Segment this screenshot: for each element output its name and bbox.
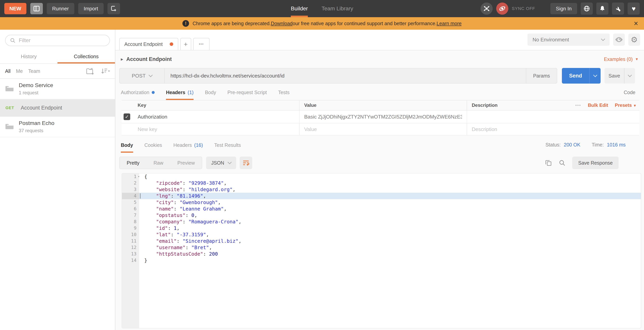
code-line[interactable]: "lng": "81.1496", xyxy=(139,193,641,199)
tab-builder[interactable]: Builder xyxy=(291,0,308,17)
layout-panel-icon xyxy=(33,6,40,11)
table-more-icon[interactable]: ••• xyxy=(576,103,581,108)
environment-select[interactable]: No Environment xyxy=(528,34,610,46)
url-input[interactable] xyxy=(164,73,526,79)
code-line[interactable]: "username": "Bret", xyxy=(139,244,641,251)
new-collection-folder-icon[interactable] xyxy=(86,68,94,75)
scope-me[interactable]: Me xyxy=(16,68,23,74)
runner-button[interactable]: Runner xyxy=(47,3,74,14)
tab-headers[interactable]: Headers (1) xyxy=(166,90,194,100)
new-value-input[interactable]: Value xyxy=(299,123,467,135)
environment-settings-button[interactable]: ⚙ xyxy=(628,34,640,46)
tab-tests[interactable]: Tests xyxy=(278,90,290,100)
sync-button[interactable] xyxy=(496,2,508,15)
response-headers-count: (16) xyxy=(194,142,203,148)
method-select[interactable]: POST xyxy=(120,68,164,83)
new-window-button[interactable] xyxy=(108,3,120,14)
favorites-button[interactable]: ♥ xyxy=(628,2,640,15)
community-button[interactable] xyxy=(581,2,593,15)
code-line[interactable]: "zipcode": "92998-3874", xyxy=(139,180,641,186)
interceptor-button[interactable] xyxy=(480,2,493,15)
code-line[interactable]: } xyxy=(139,257,641,264)
view-preview[interactable]: Preview xyxy=(170,160,202,166)
save-response-button[interactable]: Save Response xyxy=(572,157,618,169)
row-checkbox[interactable]: ✓ xyxy=(124,113,130,120)
sign-in-button[interactable]: Sign In xyxy=(550,3,577,14)
scope-team[interactable]: Team xyxy=(28,68,40,74)
collection-meta: 37 requests xyxy=(19,128,54,133)
code-line[interactable]: "company": "Romaguera-Crona", xyxy=(139,218,641,225)
code-line[interactable]: "city": "Gwenborough", xyxy=(139,199,641,206)
learn-more-link[interactable]: Learn more xyxy=(436,21,462,26)
collection-item-demo-service[interactable]: Demo Service 1 request xyxy=(0,79,115,99)
collection-item-postman-echo[interactable]: Postman Echo 37 requests xyxy=(0,117,115,137)
import-button[interactable]: Import xyxy=(78,3,104,14)
header-value-cell[interactable]: Basic ZjJjODhiNjgxZTY2NTYwOTM2ZGI5ZDljM2… xyxy=(299,111,467,123)
code-line[interactable]: "httpStatusCode": 200 xyxy=(139,251,641,257)
header-description-cell[interactable] xyxy=(467,111,566,123)
environment-preview-button[interactable] xyxy=(613,34,625,46)
tab-team-library[interactable]: Team Library xyxy=(322,0,353,17)
new-description-input[interactable]: Description xyxy=(467,123,566,135)
request-header-row: ▸ Account Endpoint Examples (0) ▼ xyxy=(115,50,644,68)
sidebar-tabs: History Collections xyxy=(0,50,115,64)
response-toolbar: Pretty Raw Preview JSON xyxy=(115,157,644,169)
globe-icon xyxy=(584,5,590,12)
header-key-cell[interactable]: Authorization xyxy=(133,114,299,120)
response-body-editor[interactable]: 1▾234567891011121314 { "zipcode": "92998… xyxy=(122,173,641,329)
tab-overflow-button[interactable]: ••• xyxy=(193,38,210,50)
code-line[interactable]: "website": "hildegard.org", xyxy=(139,186,641,193)
tab-response-body[interactable]: Body xyxy=(121,142,133,153)
code-line[interactable]: { xyxy=(139,173,641,180)
tab-response-headers[interactable]: Headers (16) xyxy=(174,142,203,153)
request-tabstrip: Account Endpoint + ••• No Environment xyxy=(115,30,644,50)
add-tab-button[interactable]: + xyxy=(180,38,191,50)
gutter-line-number: 2 xyxy=(122,180,139,186)
collapse-caret-icon[interactable]: ▸ xyxy=(121,56,123,62)
open-request-tab[interactable]: Account Endpoint xyxy=(119,38,178,50)
code-line[interactable]: "opstatus": 0, xyxy=(139,212,641,218)
save-button[interactable]: Save xyxy=(604,68,635,84)
code-line[interactable]: "email": "Sincere@april.biz", xyxy=(139,238,641,244)
code-line[interactable]: "name": "Leanne Graham", xyxy=(139,206,641,212)
tab-authorization[interactable]: Authorization xyxy=(121,90,155,100)
search-response-icon[interactable] xyxy=(558,159,566,166)
copy-icon[interactable] xyxy=(545,159,552,166)
code-line[interactable]: "lat": "-37.3159", xyxy=(139,231,641,238)
tab-test-results[interactable]: Test Results xyxy=(214,142,241,153)
view-pretty[interactable]: Pretty xyxy=(120,160,146,166)
scope-all[interactable]: All xyxy=(5,68,10,74)
gutter-line-number: 10 xyxy=(122,231,139,238)
bulk-edit-link[interactable]: Bulk Edit xyxy=(588,103,608,108)
presets-dropdown[interactable]: Presets ▼ xyxy=(615,103,636,108)
gutter-line-number: 5 xyxy=(122,199,139,206)
wrap-lines-button[interactable] xyxy=(240,157,252,169)
format-select[interactable]: JSON xyxy=(206,157,236,169)
view-raw[interactable]: Raw xyxy=(146,160,170,166)
send-options-arrow[interactable] xyxy=(589,68,600,84)
download-link[interactable]: Download xyxy=(271,21,292,26)
header-row-authorization: ✓ Authorization Basic ZjJjODhiNjgxZTY2NT… xyxy=(122,111,639,123)
tab-collections[interactable]: Collections xyxy=(58,50,115,63)
send-button[interactable]: Send xyxy=(562,68,600,84)
tab-cookies[interactable]: Cookies xyxy=(144,142,162,153)
settings-wrench-button[interactable] xyxy=(612,2,624,15)
filter-input[interactable] xyxy=(19,37,105,43)
new-button[interactable]: NEW xyxy=(4,3,26,14)
code-line[interactable]: "id": 1, xyxy=(139,225,641,231)
save-options-arrow[interactable] xyxy=(624,68,635,84)
notifications-button[interactable] xyxy=(596,2,608,15)
folder-icon xyxy=(5,85,14,93)
tab-pre-request-script[interactable]: Pre-request Script xyxy=(227,90,267,100)
tab-body[interactable]: Body xyxy=(205,90,216,100)
banner-close-icon[interactable]: × xyxy=(634,20,638,27)
generate-code-link[interactable]: Code xyxy=(624,90,636,100)
examples-dropdown[interactable]: Examples (0) ▼ xyxy=(604,56,638,62)
sort-icon[interactable] xyxy=(101,68,110,74)
new-key-input[interactable]: New key xyxy=(133,126,299,132)
sidebar-request-account-endpoint[interactable]: GET Account Endpoint xyxy=(0,99,115,117)
toggle-sidebar-button[interactable] xyxy=(30,3,43,14)
tab-history[interactable]: History xyxy=(0,50,58,63)
gutter-line-number: 13 xyxy=(122,251,139,257)
params-button[interactable]: Params xyxy=(526,68,557,83)
